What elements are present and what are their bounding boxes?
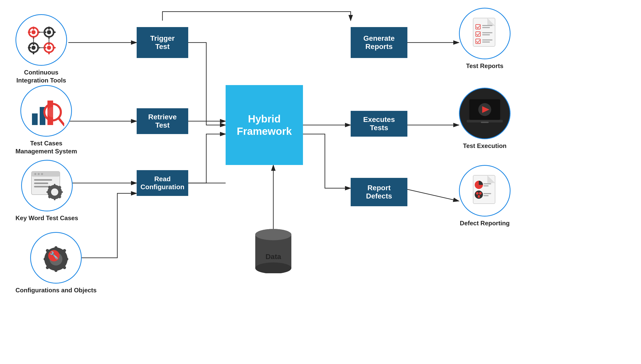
test-reports-node: Test Reports — [459, 8, 511, 70]
test-execution-node: Test Execution — [459, 88, 511, 150]
svg-rect-66 — [54, 267, 57, 272]
svg-point-30 — [47, 46, 51, 50]
svg-text:🔧: 🔧 — [50, 251, 59, 260]
keyword-test-cases-node: Key Word Test Cases — [15, 160, 78, 222]
svg-rect-68 — [64, 258, 68, 261]
svg-point-43 — [47, 107, 58, 117]
defect-reporting-icon — [459, 165, 511, 217]
read-configuration-box: ReadConfiguration — [137, 170, 188, 196]
configurations-objects-node: 🔧 Configurations and Objects — [15, 232, 97, 294]
svg-rect-91 — [482, 42, 490, 43]
continuous-integration-label: ContinuousIntegration Tools — [17, 68, 66, 84]
configurations-objects-label: Configurations and Objects — [15, 286, 97, 294]
test-reports-label: Test Reports — [466, 62, 504, 70]
svg-point-103 — [476, 192, 479, 195]
generate-reports-box: GenerateReports — [351, 27, 407, 58]
svg-rect-27 — [28, 47, 31, 48]
svg-rect-65 — [54, 246, 57, 251]
continuous-integration-icon — [15, 14, 67, 66]
arrows-svg — [0, 0, 641, 364]
svg-rect-85 — [482, 32, 492, 33]
svg-rect-81 — [482, 27, 490, 28]
test-cases-management-node: Test CasesManagement System — [15, 85, 77, 155]
svg-rect-39 — [32, 113, 38, 125]
svg-point-48 — [38, 173, 40, 175]
svg-point-47 — [34, 173, 36, 175]
svg-point-18 — [47, 30, 51, 34]
defect-reporting-label: Defect Reporting — [460, 219, 509, 227]
svg-rect-97 — [473, 175, 495, 204]
svg-point-12 — [31, 30, 36, 34]
svg-rect-101 — [483, 185, 489, 186]
test-cases-management-label: Test CasesManagement System — [15, 139, 77, 155]
svg-rect-90 — [482, 39, 492, 40]
svg-rect-26 — [33, 51, 34, 54]
hybrid-framework-box: HybridFramework — [226, 85, 303, 165]
svg-rect-50 — [34, 179, 52, 181]
svg-rect-100 — [483, 183, 491, 184]
svg-rect-56 — [54, 198, 55, 200]
test-cases-management-icon — [20, 85, 72, 137]
svg-line-44 — [59, 118, 64, 125]
svg-rect-105 — [478, 195, 480, 198]
configurations-objects-icon: 🔧 — [30, 232, 82, 284]
svg-point-110 — [255, 262, 291, 273]
svg-rect-80 — [482, 25, 492, 26]
svg-rect-96 — [481, 122, 489, 123]
svg-line-9 — [402, 188, 459, 201]
trigger-test-box: TriggerTest — [137, 27, 188, 58]
svg-rect-55 — [54, 184, 55, 186]
svg-rect-106 — [483, 193, 491, 194]
defect-reporting-node: Defect Reporting — [459, 165, 511, 227]
svg-rect-67 — [44, 258, 48, 261]
svg-rect-19 — [48, 27, 50, 30]
svg-point-111 — [255, 229, 291, 240]
svg-rect-51 — [34, 183, 48, 184]
svg-point-104 — [479, 192, 482, 195]
data-label: Data — [251, 253, 295, 261]
data-cylinder-svg — [251, 222, 295, 273]
svg-rect-22 — [53, 31, 56, 33]
test-execution-label: Test Execution — [463, 142, 507, 150]
executes-tests-box: Executes Tests — [351, 111, 407, 137]
svg-point-24 — [31, 46, 36, 50]
svg-rect-15 — [28, 31, 31, 33]
svg-rect-34 — [53, 47, 56, 48]
svg-point-54 — [51, 188, 58, 196]
test-execution-icon — [459, 88, 511, 139]
continuous-integration-node: ContinuousIntegration Tools — [15, 14, 67, 84]
retrieve-test-box: RetrieveTest — [137, 108, 188, 134]
report-defects-box: ReportDefects — [351, 178, 407, 206]
data-cylinder: Data — [251, 222, 295, 273]
keyword-test-cases-label: Key Word Test Cases — [15, 214, 78, 222]
svg-point-49 — [41, 173, 43, 175]
svg-rect-32 — [48, 51, 50, 54]
svg-rect-107 — [483, 195, 489, 196]
test-reports-icon — [459, 8, 511, 59]
keyword-test-cases-icon — [21, 160, 73, 211]
svg-rect-58 — [60, 191, 63, 193]
diagram-container: ContinuousIntegration Tools Test CasesMa… — [0, 0, 641, 364]
svg-rect-86 — [482, 34, 490, 35]
svg-rect-57 — [46, 191, 49, 193]
svg-rect-13 — [33, 27, 34, 30]
